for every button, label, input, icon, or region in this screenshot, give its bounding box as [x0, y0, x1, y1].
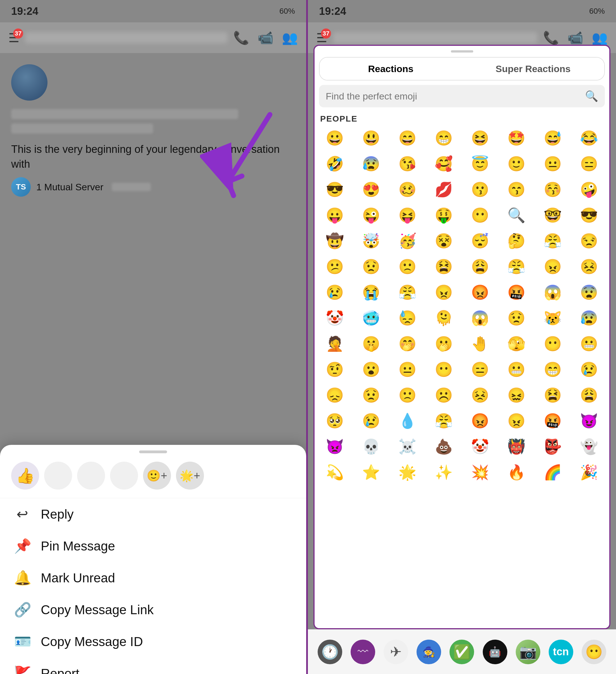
emoji-cell-91[interactable]: 😤	[426, 409, 462, 433]
emoji-cell-92[interactable]: 😡	[463, 409, 498, 433]
emoji-cell-69[interactable]: 🫣	[499, 331, 534, 356]
emoji-cell-26[interactable]: 😝	[390, 203, 425, 227]
emoji-cell-74[interactable]: 😐	[390, 357, 425, 382]
quick-emoji-thumbsup[interactable]: 👍	[11, 462, 39, 489]
nav-recent-icon[interactable]: 🕐	[318, 640, 342, 664]
video-icon-right[interactable]: 📹	[568, 30, 583, 45]
emoji-cell-13[interactable]: 🙂	[499, 151, 534, 176]
emoji-cell-41[interactable]: 😟	[354, 254, 389, 279]
emoji-cell-34[interactable]: 🥳	[390, 229, 425, 253]
emoji-cell-53[interactable]: 🤬	[499, 280, 534, 305]
menu-item-mark-unread[interactable]: 🔔 Mark Unread	[0, 562, 306, 594]
emoji-cell-109[interactable]: 🔥	[499, 460, 534, 484]
emoji-cell-4[interactable]: 😆	[463, 126, 498, 150]
emoji-cell-39[interactable]: 😒	[571, 229, 607, 253]
emoji-cell-12[interactable]: 😇	[463, 151, 498, 176]
emoji-cell-25[interactable]: 😜	[354, 203, 389, 227]
nav-photo-icon[interactable]: 📷	[516, 640, 540, 664]
emoji-cell-45[interactable]: 😤	[499, 254, 534, 279]
add-super-reaction-button[interactable]: 🌟+	[176, 462, 204, 489]
emoji-cell-52[interactable]: 😡	[463, 280, 498, 305]
emoji-cell-17[interactable]: 😍	[354, 177, 389, 202]
emoji-cell-47[interactable]: 😣	[571, 254, 607, 279]
emoji-cell-76[interactable]: 😑	[463, 357, 498, 382]
members-icon-right[interactable]: 👥	[592, 30, 608, 45]
emoji-cell-98[interactable]: ☠️	[390, 434, 425, 459]
emoji-cell-1[interactable]: 😃	[354, 126, 389, 150]
emoji-cell-106[interactable]: 🌟	[390, 460, 425, 484]
nav-paper-icon[interactable]: ✈	[384, 640, 408, 664]
emoji-cell-78[interactable]: 😁	[535, 357, 570, 382]
emoji-cell-24[interactable]: 😛	[318, 203, 353, 227]
emoji-cell-0[interactable]: 😀	[318, 126, 353, 150]
emoji-cell-11[interactable]: 🥰	[426, 151, 462, 176]
add-reaction-button[interactable]: 🙂+	[143, 462, 171, 489]
emoji-cell-85[interactable]: 😖	[499, 383, 534, 408]
emoji-cell-7[interactable]: 😂	[571, 126, 607, 150]
menu-item-reply[interactable]: ↩ Reply	[0, 498, 306, 530]
members-icon[interactable]: 👥	[282, 30, 298, 45]
quick-emoji-3[interactable]	[77, 462, 105, 489]
emoji-cell-23[interactable]: 🤪	[571, 177, 607, 202]
emoji-cell-3[interactable]: 😁	[426, 126, 462, 150]
emoji-cell-42[interactable]: 🙁	[390, 254, 425, 279]
emoji-cell-62[interactable]: 😿	[535, 306, 570, 330]
emoji-cell-21[interactable]: 😙	[499, 177, 534, 202]
emoji-cell-73[interactable]: 😮	[354, 357, 389, 382]
emoji-cell-31[interactable]: 😎	[571, 203, 607, 227]
tab-reactions[interactable]: Reactions	[320, 58, 462, 80]
emoji-cell-36[interactable]: 😴	[463, 229, 498, 253]
emoji-cell-93[interactable]: 😠	[499, 409, 534, 433]
emoji-cell-101[interactable]: 👹	[499, 434, 534, 459]
emoji-cell-95[interactable]: 😈	[571, 409, 607, 433]
emoji-cell-72[interactable]: 🤨	[318, 357, 353, 382]
emoji-search-input[interactable]	[326, 91, 581, 102]
quick-emoji-4[interactable]	[110, 462, 138, 489]
emoji-cell-87[interactable]: 😩	[571, 383, 607, 408]
emoji-cell-102[interactable]: 👺	[535, 434, 570, 459]
emoji-cell-50[interactable]: 😤	[390, 280, 425, 305]
emoji-cell-15[interactable]: 😑	[571, 151, 607, 176]
emoji-cell-29[interactable]: 🔍	[499, 203, 534, 227]
emoji-cell-60[interactable]: 😱	[463, 306, 498, 330]
emoji-cell-103[interactable]: 👻	[571, 434, 607, 459]
nav-character-icon[interactable]: 🧙	[416, 640, 441, 664]
emoji-cell-18[interactable]: 🥴	[390, 177, 425, 202]
emoji-cell-2[interactable]: 😄	[390, 126, 425, 150]
emoji-cell-44[interactable]: 😩	[463, 254, 498, 279]
emoji-cell-104[interactable]: 💫	[318, 460, 353, 484]
emoji-cell-67[interactable]: 🫢	[426, 331, 462, 356]
emoji-cell-105[interactable]: ⭐	[354, 460, 389, 484]
emoji-cell-9[interactable]: 😰	[354, 151, 389, 176]
emoji-cell-10[interactable]: 😘	[390, 151, 425, 176]
nav-ai-icon[interactable]: 🤖	[483, 640, 507, 664]
emoji-cell-65[interactable]: 🤫	[354, 331, 389, 356]
emoji-cell-96[interactable]: 👿	[318, 434, 353, 459]
emoji-cell-58[interactable]: 😓	[390, 306, 425, 330]
emoji-cell-28[interactable]: 😶	[463, 203, 498, 227]
video-icon[interactable]: 📹	[258, 30, 273, 45]
emoji-cell-14[interactable]: 😐	[535, 151, 570, 176]
emoji-cell-97[interactable]: 💀	[354, 434, 389, 459]
emoji-cell-32[interactable]: 🤠	[318, 229, 353, 253]
emoji-cell-110[interactable]: 🌈	[535, 460, 570, 484]
menu-item-pin[interactable]: 📌 Pin Message	[0, 530, 306, 562]
emoji-cell-27[interactable]: 🤑	[426, 203, 462, 227]
emoji-cell-79[interactable]: 😢	[571, 357, 607, 382]
emoji-cell-66[interactable]: 🤭	[390, 331, 425, 356]
tab-super-reactions[interactable]: Super Reactions	[462, 58, 605, 80]
emoji-cell-22[interactable]: 😚	[535, 177, 570, 202]
emoji-cell-20[interactable]: 😗	[463, 177, 498, 202]
menu-item-copy-link[interactable]: 🔗 Copy Message Link	[0, 594, 306, 626]
menu-badge-left[interactable]: ☰ 37	[8, 31, 19, 45]
emoji-cell-51[interactable]: 😠	[426, 280, 462, 305]
emoji-cell-49[interactable]: 😭	[354, 280, 389, 305]
nav-checklist-icon[interactable]: ✅	[450, 640, 474, 664]
emoji-cell-111[interactable]: 🎉	[571, 460, 607, 484]
emoji-cell-59[interactable]: 🫠	[426, 306, 462, 330]
emoji-cell-82[interactable]: 🙁	[390, 383, 425, 408]
emoji-cell-37[interactable]: 🤔	[499, 229, 534, 253]
emoji-cell-8[interactable]: 🤣	[318, 151, 353, 176]
menu-badge-right[interactable]: ☰ 37	[316, 31, 327, 45]
call-icon[interactable]: 📞	[233, 30, 249, 45]
